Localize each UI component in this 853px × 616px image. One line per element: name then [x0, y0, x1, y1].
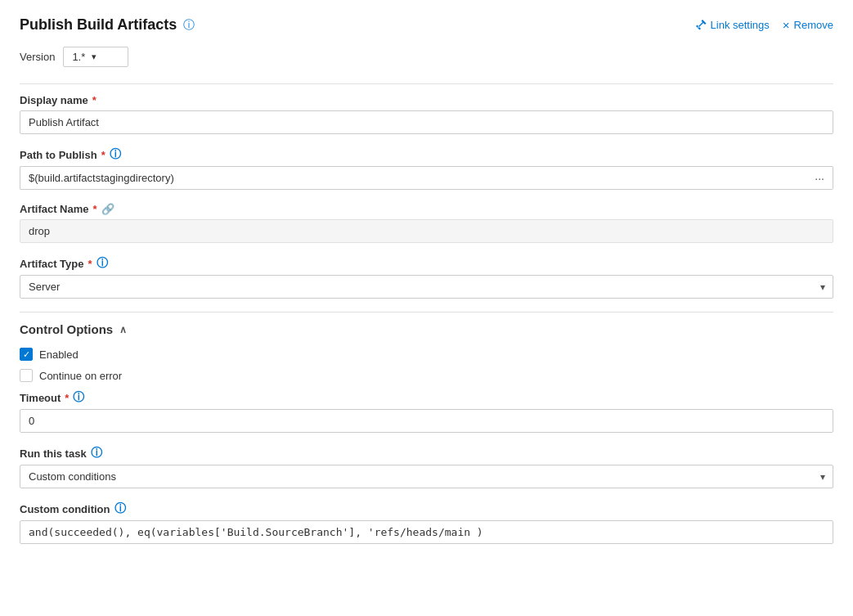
path-to-publish-input[interactable]	[20, 166, 806, 190]
required-star-4: *	[88, 258, 92, 270]
artifact-name-label: Artifact Name * 🔗	[20, 203, 833, 215]
timeout-input[interactable]	[20, 409, 833, 433]
display-name-input[interactable]	[20, 110, 833, 134]
run-this-task-select[interactable]: Custom conditions Only when all previous…	[20, 465, 833, 488]
link-settings-label: Link settings	[711, 19, 770, 31]
path-to-publish-group: Path to Publish * ⓘ ···	[20, 147, 833, 190]
custom-condition-label: Custom condition ⓘ	[20, 501, 833, 516]
required-star-5: *	[65, 392, 69, 404]
custom-condition-info-icon[interactable]: ⓘ	[114, 501, 126, 516]
path-info-icon[interactable]: ⓘ	[110, 147, 121, 162]
artifact-name-group: Artifact Name * 🔗	[20, 203, 833, 243]
control-options-title: Control Options	[20, 322, 113, 336]
timeout-label-text: Timeout	[20, 392, 61, 404]
run-this-task-label: Run this task ⓘ	[20, 446, 833, 461]
artifact-type-select[interactable]: Server Azure Pipelines/TFS	[20, 275, 833, 299]
remove-button[interactable]: × Remove	[783, 18, 833, 32]
display-name-group: Display name *	[20, 94, 833, 134]
timeout-label: Timeout * ⓘ	[20, 390, 833, 405]
version-select[interactable]: 1.* ▾	[63, 47, 128, 67]
timeout-group: Timeout * ⓘ	[20, 390, 833, 433]
divider-1	[20, 83, 833, 84]
chevron-down-icon: ▾	[92, 52, 97, 62]
divider-2	[20, 312, 833, 312]
artifact-name-label-text: Artifact Name	[20, 203, 89, 215]
version-value: 1.*	[72, 51, 85, 63]
page-header: Publish Build Artifacts ⓘ Link settings …	[20, 16, 833, 34]
continue-on-error-checkbox[interactable]	[20, 369, 33, 382]
header-right: Link settings × Remove	[695, 18, 833, 32]
custom-condition-input[interactable]	[20, 520, 833, 544]
enabled-checkbox[interactable]	[20, 348, 33, 361]
artifact-link-icon[interactable]: 🔗	[101, 203, 114, 215]
custom-condition-group: Custom condition ⓘ	[20, 501, 833, 544]
version-label: Version	[20, 51, 55, 63]
control-options-chevron-icon[interactable]: ∧	[119, 324, 127, 335]
artifact-type-group: Artifact Type * ⓘ Server Azure Pipelines…	[20, 256, 833, 299]
path-to-publish-label: Path to Publish * ⓘ	[20, 147, 833, 162]
link-icon	[695, 20, 707, 31]
run-this-task-info-icon[interactable]: ⓘ	[91, 446, 102, 461]
version-row: Version 1.* ▾	[20, 47, 833, 67]
remove-label: Remove	[794, 19, 833, 31]
continue-on-error-label: Continue on error	[39, 370, 122, 382]
custom-condition-label-text: Custom condition	[20, 503, 110, 515]
title-info-icon[interactable]: ⓘ	[183, 18, 195, 33]
artifact-type-info-icon[interactable]: ⓘ	[97, 256, 108, 271]
artifact-type-label-text: Artifact Type	[20, 258, 84, 270]
path-ellipsis-button[interactable]: ···	[806, 166, 833, 190]
header-left: Publish Build Artifacts ⓘ	[20, 16, 195, 34]
path-to-publish-label-text: Path to Publish	[20, 149, 97, 161]
run-this-task-group: Run this task ⓘ Custom conditions Only w…	[20, 446, 833, 488]
required-star-2: *	[101, 149, 106, 161]
artifact-name-input[interactable]	[20, 219, 833, 243]
enabled-row: Enabled	[20, 348, 833, 361]
control-options-header: Control Options ∧	[20, 322, 833, 336]
continue-on-error-row: Continue on error	[20, 369, 833, 382]
run-this-task-label-text: Run this task	[20, 447, 87, 460]
link-settings-button[interactable]: Link settings	[695, 19, 770, 31]
display-name-label-text: Display name	[20, 94, 88, 106]
page-title: Publish Build Artifacts	[20, 16, 177, 34]
display-name-label: Display name *	[20, 94, 833, 106]
path-input-wrapper: ···	[20, 166, 833, 190]
enabled-label: Enabled	[39, 348, 79, 361]
close-icon: ×	[783, 18, 790, 32]
required-star-3: *	[93, 203, 97, 215]
run-this-task-select-wrapper: Custom conditions Only when all previous…	[20, 465, 833, 488]
artifact-type-select-wrapper: Server Azure Pipelines/TFS	[20, 275, 833, 299]
required-star: *	[92, 94, 97, 106]
timeout-info-icon[interactable]: ⓘ	[73, 390, 84, 405]
artifact-type-label: Artifact Type * ⓘ	[20, 256, 833, 271]
